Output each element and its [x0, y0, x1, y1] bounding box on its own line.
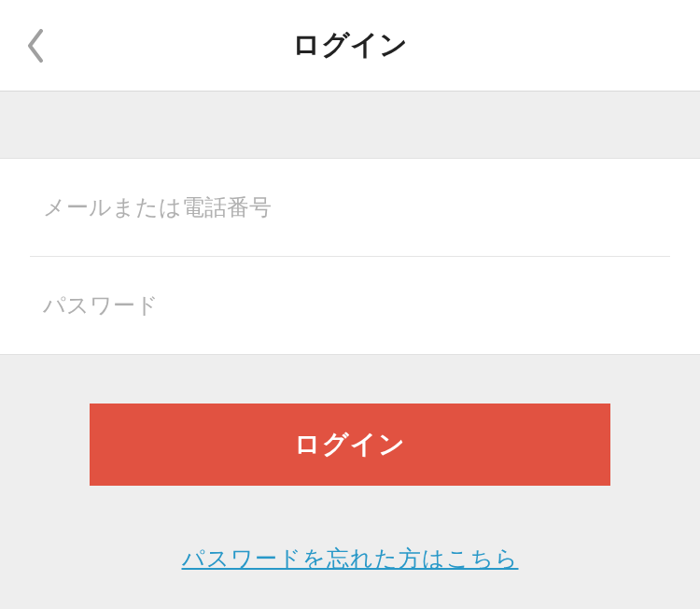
- password-field[interactable]: [43, 257, 657, 354]
- header: ログイン: [0, 0, 700, 92]
- password-row: [0, 257, 700, 355]
- spacer: [0, 92, 700, 159]
- chevron-left-icon: [26, 29, 45, 63]
- login-form: [0, 159, 700, 355]
- forgot-password-link[interactable]: パスワードを忘れた方はこちら: [90, 544, 610, 574]
- action-area: ログイン パスワードを忘れた方はこちら: [0, 355, 700, 574]
- email-row: [0, 159, 700, 256]
- back-button[interactable]: [17, 27, 54, 64]
- login-button[interactable]: ログイン: [90, 404, 610, 486]
- page-title: ログイン: [0, 26, 700, 64]
- email-field[interactable]: [43, 159, 657, 256]
